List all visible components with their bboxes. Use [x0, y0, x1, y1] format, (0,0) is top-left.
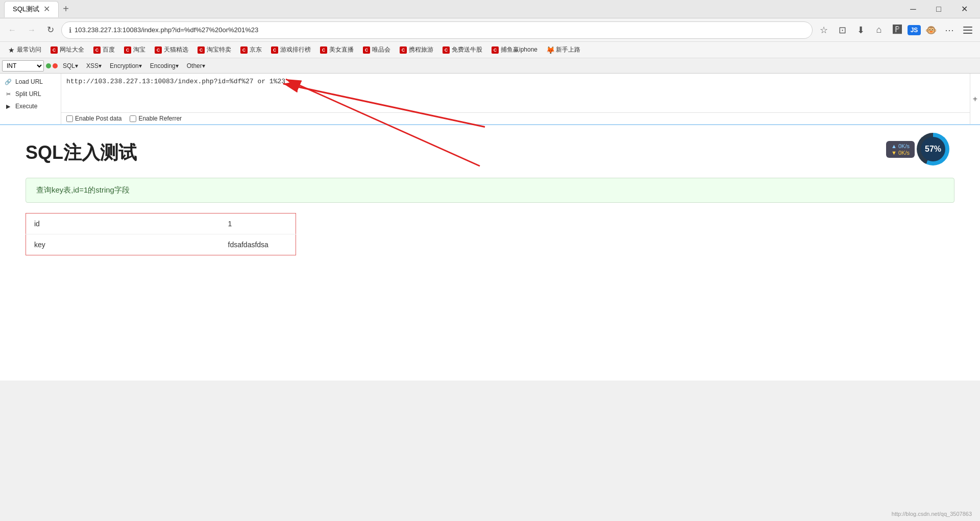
back-button[interactable]: ←: [4, 22, 20, 38]
load-url-icon: 🔗: [4, 78, 12, 86]
field-id-value: 1: [220, 214, 296, 234]
status-dots: [46, 63, 58, 68]
monkey-button[interactable]: 🐵: [923, 22, 939, 38]
tab-area: SQL测试 ✕ +: [4, 1, 901, 17]
bookmark-jingdong[interactable]: C 京东: [236, 44, 266, 56]
bookmarks-bar: ★ 最常访问 C 网址大全 C 百度 C 淘宝 C 天猫精选 C 淘宝特卖 C …: [0, 42, 980, 58]
speed-text-box: ▲ 0K/s ▼ 0K/s: [886, 141, 915, 158]
download-button[interactable]: ⬇: [852, 22, 869, 38]
execute-label: Execute: [15, 103, 37, 110]
bookmark-meinv[interactable]: C 美女直播: [316, 44, 358, 56]
split-url-label: Split URL: [15, 90, 41, 98]
encoding-menu[interactable]: Encoding▾: [147, 61, 182, 70]
field-id-label: id: [26, 214, 220, 234]
table-row: id 1: [26, 214, 296, 234]
download-speed: ▼ 0K/s: [891, 150, 910, 156]
enable-referrer-label[interactable]: Enable Referrer: [130, 115, 182, 122]
bookmark-zuichang[interactable]: ★ 最常访问: [4, 44, 45, 56]
field-key-value: fdsafdasfdsa: [220, 234, 296, 255]
hackbar-expand-button[interactable]: +: [970, 74, 980, 124]
hackbar-checkboxes: Enable Post data Enable Referrer: [61, 112, 970, 124]
bookmark-buyu[interactable]: C 捕鱼赢iphone: [487, 44, 542, 56]
bookmark-taobao[interactable]: C 淘宝: [120, 44, 150, 56]
split-url-icon: ✂: [4, 90, 12, 98]
enable-post-checkbox[interactable]: [66, 115, 73, 122]
upload-speed: ▲ 0K/s: [891, 143, 910, 149]
hackbar-url-area: http://103.238.227.13:10083/index.php?id…: [61, 74, 970, 124]
hackbar-sidebar: 🔗 Load URL ✂ Split URL ▶ Execute: [0, 74, 61, 124]
maximize-button[interactable]: □: [927, 0, 950, 18]
window-controls: ─ □ ✕: [901, 0, 976, 18]
info-box: 查询key表,id=1的string字段: [26, 178, 954, 203]
menu-button[interactable]: [960, 22, 976, 38]
encryption-menu[interactable]: Encryption▾: [107, 61, 145, 70]
bookmark-baidu[interactable]: C 百度: [89, 44, 119, 56]
execute-item[interactable]: ▶ Execute: [0, 100, 61, 112]
url-box[interactable]: ℹ 103.238.227.13:10083/index.php?id=%df%…: [61, 21, 813, 39]
xss-menu[interactable]: XSS▾: [83, 61, 105, 70]
tab-close-button[interactable]: ✕: [43, 5, 50, 13]
sql-menu[interactable]: SQL▾: [60, 61, 81, 70]
red-dot: [53, 63, 58, 68]
load-url-label: Load URL: [15, 78, 43, 85]
bookmark-xinshou[interactable]: 🦊 新手上路: [543, 44, 584, 56]
address-bar: ← → ↻ ℹ 103.238.227.13:10083/index.php?i…: [0, 18, 980, 42]
speed-widget: ▲ 0K/s ▼ 0K/s 57%: [886, 133, 949, 165]
address-actions: ☆ ⊡ ⬇ ⌂ 🅿 JS 🐵 ⋯: [816, 22, 976, 38]
bookmark-taobaotemei[interactable]: C 淘宝特卖: [193, 44, 235, 56]
info-icon: ℹ: [69, 26, 71, 34]
star-button[interactable]: ☆: [816, 22, 832, 38]
bookmark-weipinhui[interactable]: C 唯品会: [359, 44, 395, 56]
data-table: id 1 key fdsafdasfdsa: [26, 213, 296, 255]
bookmark-youxi[interactable]: C 游戏排行榜: [267, 44, 315, 56]
page-title: SQL注入测试: [26, 140, 954, 165]
type-select[interactable]: INT STRING SEARCH CUSTOM: [2, 60, 44, 72]
new-tab-button[interactable]: +: [59, 2, 73, 16]
reading-mode-button[interactable]: ⊡: [834, 22, 850, 38]
active-tab[interactable]: SQL测试 ✕: [4, 1, 59, 17]
bookmark-xiecheng[interactable]: C 携程旅游: [396, 44, 437, 56]
green-dot: [46, 63, 51, 68]
enable-post-label[interactable]: Enable Post data: [66, 115, 121, 122]
bookmark-wangzhi[interactable]: C 网址大全: [46, 44, 88, 56]
speed-percent: 57%: [921, 137, 945, 161]
forward-button[interactable]: →: [23, 22, 40, 38]
minimize-button[interactable]: ─: [901, 0, 925, 18]
url-display: 103.238.227.13:10083/index.php?id=%df%27…: [75, 26, 805, 34]
refresh-button[interactable]: ↻: [43, 22, 58, 38]
home-button[interactable]: ⌂: [871, 22, 887, 38]
hackbar-url-input[interactable]: http://103.238.227.13:10083/index.php?id…: [61, 74, 970, 112]
js-button[interactable]: JS: [908, 25, 921, 35]
title-bar: SQL测试 ✕ + ─ □ ✕: [0, 0, 980, 18]
other-menu[interactable]: Other▾: [184, 61, 208, 70]
enable-referrer-checkbox[interactable]: [130, 115, 136, 122]
load-url-item[interactable]: 🔗 Load URL: [0, 76, 61, 88]
tab-title: SQL测试: [13, 5, 39, 14]
hackbar-toolbar: INT STRING SEARCH CUSTOM SQL▾ XSS▾ Encry…: [0, 58, 980, 74]
bookmark-mianfei[interactable]: C 免费送牛股: [438, 44, 486, 56]
hackbar-main: 🔗 Load URL ✂ Split URL ▶ Execute http://…: [0, 74, 980, 125]
close-button[interactable]: ✕: [952, 0, 976, 18]
page-content: SQL注入测试 查询key表,id=1的string字段 id 1 key fd…: [0, 125, 980, 381]
split-url-item[interactable]: ✂ Split URL: [0, 88, 61, 100]
bookmark-tianmao[interactable]: C 天猫精选: [151, 44, 192, 56]
speed-circle: 57%: [917, 133, 949, 165]
field-key-label: key: [26, 234, 220, 255]
table-row: key fdsafdasfdsa: [26, 234, 296, 255]
pocket-button[interactable]: 🅿: [889, 22, 905, 38]
execute-icon: ▶: [4, 102, 12, 110]
more-button[interactable]: ⋯: [941, 22, 958, 38]
